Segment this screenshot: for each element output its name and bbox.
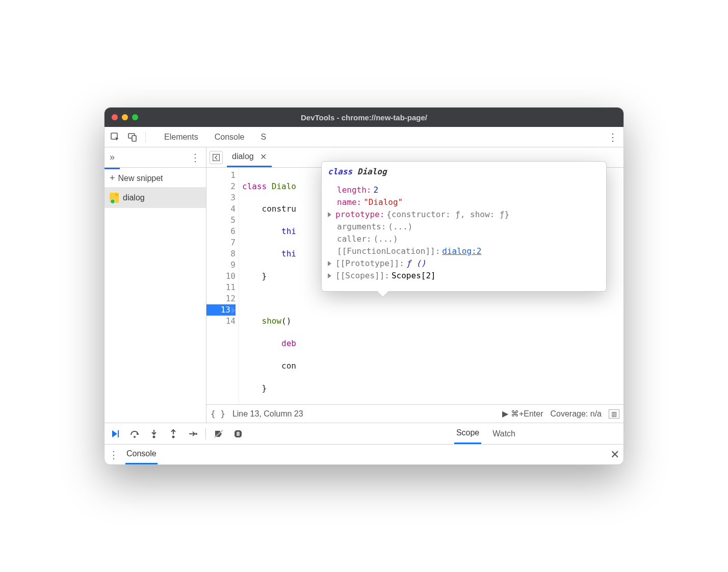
sidebar: » ⋮ + New snippet dialog [105,147,206,423]
expand-icon[interactable] [328,261,331,266]
deactivate-breakpoints-button[interactable] [212,427,225,440]
resume-button[interactable] [109,427,122,440]
popup-row-name[interactable]: name: "Dialog" [328,196,600,209]
sidebar-header: » ⋮ [105,147,206,168]
svg-point-8 [195,433,197,435]
gutter: 1 2 3 4 5 6 7 8 9 10 11 12 13 14 [206,168,239,404]
traffic-lights [112,114,138,120]
svg-rect-11 [237,432,238,436]
tab-elements[interactable]: Elements [156,127,206,147]
coverage-toggle-icon[interactable]: ▥ [609,409,619,419]
run-snippet-button[interactable]: ▶ ⌘+Enter [502,409,543,419]
popup-row-arguments[interactable]: arguments: (...) [328,221,600,233]
more-menu-icon[interactable]: ⋮ [605,129,620,145]
svg-rect-4 [118,430,119,437]
drawer: ⋮ Console ✕ [105,444,623,464]
svg-point-5 [134,436,136,438]
svg-point-6 [153,435,155,438]
drawer-menu-icon[interactable]: ⋮ [109,449,119,461]
svg-rect-2 [132,136,136,141]
plus-icon: + [110,173,115,184]
popup-row-proto[interactable]: [[Prototype]]: ƒ () [328,257,600,270]
body: » ⋮ + New snippet dialog [105,147,623,423]
step-over-button[interactable] [128,427,141,440]
navigator-dropdown-icon[interactable]: » [110,152,115,163]
window-title: DevTools - chrome://new-tab-page/ [105,113,623,122]
execution-pointer-icon [231,307,236,314]
step-out-button[interactable] [167,427,180,440]
debugger-sidebar-tabs: Scope Watch [454,423,619,444]
svg-point-7 [172,435,175,438]
object-preview-popup: class Dialog length: 2 name: "Dialog" pr… [321,161,607,292]
close-drawer-icon[interactable]: ✕ [610,448,619,461]
close-window-button[interactable] [112,114,118,120]
toolbar-separator [145,132,146,143]
debugger-separator [205,428,206,439]
popup-header: class Dialog [322,162,606,182]
source-tab-label: dialog [232,152,254,161]
sidebar-item-snippet[interactable]: dialog [105,188,206,208]
device-toolbar-icon[interactable] [125,129,140,145]
function-location-link[interactable]: dialog:2 [442,245,481,257]
inspect-element-icon[interactable] [108,129,123,145]
popup-row-function-location[interactable]: [[FunctionLocation]]: dialog:2 [328,245,600,257]
maximize-window-button[interactable] [132,114,138,120]
svg-rect-3 [213,154,220,161]
step-into-button[interactable] [147,427,161,440]
tab-console[interactable]: Console [206,127,253,147]
snippet-file-icon [110,193,119,203]
panel-tabs: Elements Console S [156,127,274,147]
pause-on-exceptions-button[interactable] [231,427,245,440]
tab-watch[interactable]: Watch [490,423,517,444]
source-tab-dialog[interactable]: dialog ✕ [227,147,272,167]
cursor-position: Line 13, Column 23 [232,409,303,419]
tab-scope[interactable]: Scope [454,423,481,444]
close-tab-icon[interactable]: ✕ [260,152,267,162]
popup-body: length: 2 name: "Dialog" prototype: {con… [322,182,606,291]
expand-icon[interactable] [328,212,331,217]
coverage-status: Coverage: n/a [550,409,602,419]
editor-status-bar: { } Line 13, Column 23 ▶ ⌘+Enter Coverag… [206,404,623,423]
popup-row-prototype[interactable]: prototype: {constructor: ƒ, show: ƒ} [328,209,600,221]
pretty-print-icon[interactable]: { } [211,409,225,419]
main-toolbar: Elements Console S ⋮ [105,127,623,147]
new-snippet-label: New snippet [118,174,163,183]
step-button[interactable] [186,427,199,440]
debugger-toolbar: Scope Watch [105,423,623,444]
svg-rect-12 [239,432,240,436]
navigator-menu-icon[interactable]: ⋮ [190,151,201,164]
snippet-name: dialog [123,193,145,202]
toggle-navigator-icon[interactable] [210,151,223,164]
popup-row-scopes[interactable]: [[Scopes]]: Scopes[2] [328,270,600,282]
popup-row-caller[interactable]: caller: (...) [328,233,600,245]
devtools-window: DevTools - chrome://new-tab-page/ Elemen… [104,107,624,465]
drawer-tab-console[interactable]: Console [125,445,158,464]
tab-sources[interactable]: S [252,127,274,147]
new-snippet-button[interactable]: + New snippet [105,169,206,188]
minimize-window-button[interactable] [122,114,128,120]
expand-icon[interactable] [328,273,331,278]
titlebar: DevTools - chrome://new-tab-page/ [105,108,623,127]
popup-row-length[interactable]: length: 2 [328,184,600,196]
